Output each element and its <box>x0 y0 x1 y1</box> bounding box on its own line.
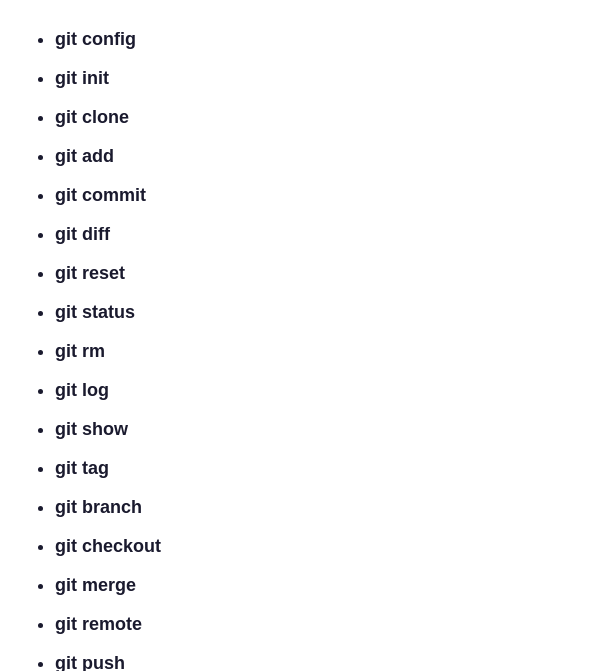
list-item: git branch <box>55 488 564 527</box>
list-item: git merge <box>55 566 564 605</box>
list-item: git add <box>55 137 564 176</box>
list-item: git reset <box>55 254 564 293</box>
list-item: git remote <box>55 605 564 644</box>
list-item: git config <box>55 20 564 59</box>
list-item: git push <box>55 644 564 671</box>
list-item: git show <box>55 410 564 449</box>
list-item: git log <box>55 371 564 410</box>
list-item: git clone <box>55 98 564 137</box>
git-commands-list: git configgit initgit clonegit addgit co… <box>30 20 564 671</box>
list-item: git diff <box>55 215 564 254</box>
list-item: git init <box>55 59 564 98</box>
list-item: git rm <box>55 332 564 371</box>
list-item: git checkout <box>55 527 564 566</box>
list-item: git commit <box>55 176 564 215</box>
list-item: git tag <box>55 449 564 488</box>
main-content: git configgit initgit clonegit addgit co… <box>0 0 594 671</box>
list-item: git status <box>55 293 564 332</box>
